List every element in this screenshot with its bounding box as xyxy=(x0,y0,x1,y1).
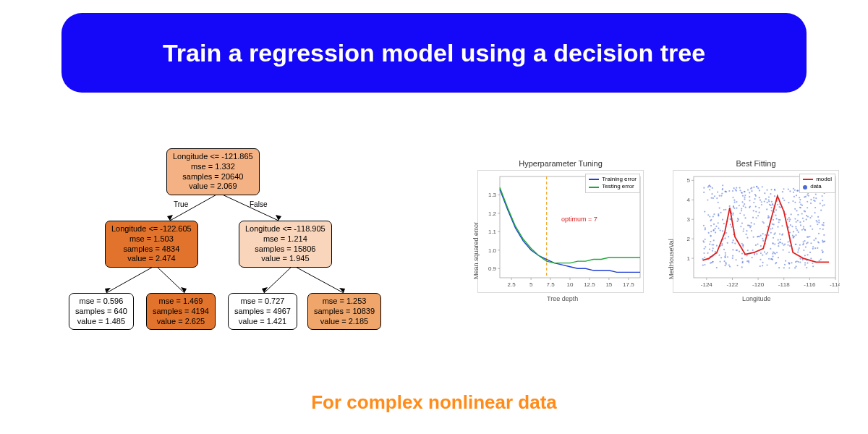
svg-text:-118: -118 xyxy=(778,281,791,288)
svg-point-366 xyxy=(716,197,718,199)
svg-point-256 xyxy=(729,218,731,220)
svg-point-89 xyxy=(741,222,743,224)
svg-point-239 xyxy=(812,265,814,267)
svg-point-501 xyxy=(768,216,770,218)
svg-point-531 xyxy=(713,229,715,231)
svg-point-298 xyxy=(757,215,759,216)
svg-point-244 xyxy=(733,187,735,189)
svg-point-600 xyxy=(776,218,778,219)
svg-point-538 xyxy=(801,205,803,206)
slide-subtitle: For complex nonlinear data xyxy=(0,391,868,414)
svg-point-460 xyxy=(707,214,709,216)
svg-point-543 xyxy=(724,237,726,239)
svg-point-131 xyxy=(778,257,779,258)
svg-point-257 xyxy=(778,239,779,241)
svg-point-169 xyxy=(777,226,778,228)
svg-point-379 xyxy=(778,267,780,268)
chart-xlabel: Tree depth xyxy=(547,295,578,302)
svg-point-183 xyxy=(776,252,778,253)
svg-point-397 xyxy=(807,262,808,263)
svg-point-418 xyxy=(802,218,804,219)
svg-point-331 xyxy=(788,267,790,268)
svg-point-540 xyxy=(764,192,765,194)
svg-point-263 xyxy=(702,265,704,266)
svg-point-281 xyxy=(817,247,818,249)
legend-item: Testing error xyxy=(589,183,637,190)
svg-point-163 xyxy=(804,240,805,242)
svg-point-479 xyxy=(731,226,733,228)
node-mse: mse = 1.469 xyxy=(153,297,209,307)
svg-point-521 xyxy=(718,202,719,203)
node-value: value = 1.945 xyxy=(245,254,326,264)
svg-point-155 xyxy=(749,200,750,201)
svg-point-564 xyxy=(783,249,784,250)
svg-point-559 xyxy=(818,219,820,221)
svg-point-73 xyxy=(784,264,786,265)
svg-point-541 xyxy=(790,224,791,226)
svg-point-232 xyxy=(732,197,733,198)
svg-point-82 xyxy=(783,188,784,190)
legend-item: model xyxy=(803,176,832,183)
svg-point-471 xyxy=(792,235,793,237)
svg-point-536 xyxy=(770,258,772,260)
svg-point-208 xyxy=(799,197,800,198)
svg-point-588 xyxy=(809,225,811,226)
svg-point-307 xyxy=(746,230,747,231)
svg-point-385 xyxy=(711,197,712,199)
svg-point-440 xyxy=(799,247,800,249)
svg-point-558 xyxy=(713,224,715,225)
svg-point-438 xyxy=(744,191,746,192)
svg-point-157 xyxy=(799,201,801,203)
svg-point-395 xyxy=(704,257,705,258)
svg-point-235 xyxy=(796,221,797,223)
svg-point-413 xyxy=(723,249,725,250)
svg-point-304 xyxy=(751,187,752,189)
svg-point-139 xyxy=(757,243,758,244)
svg-point-392 xyxy=(806,218,807,220)
svg-point-114 xyxy=(803,221,804,222)
svg-point-291 xyxy=(797,214,799,216)
svg-point-527 xyxy=(742,261,744,263)
svg-point-161 xyxy=(778,219,780,221)
svg-point-113 xyxy=(772,227,773,229)
chart-annotation: optimum = 7 xyxy=(561,216,597,223)
svg-point-523 xyxy=(720,257,722,258)
svg-point-104 xyxy=(754,224,755,225)
svg-point-343 xyxy=(721,192,723,194)
node-value: value = 2.185 xyxy=(314,317,375,327)
svg-point-368 xyxy=(720,195,722,197)
svg-line-4 xyxy=(106,265,156,293)
svg-point-265 xyxy=(807,201,808,203)
svg-text:12.5: 12.5 xyxy=(584,281,595,288)
svg-point-515 xyxy=(797,220,799,221)
legend-item: Training error xyxy=(589,176,637,183)
svg-point-356 xyxy=(712,216,714,217)
svg-point-211 xyxy=(803,243,804,244)
svg-point-324 xyxy=(762,240,764,242)
svg-point-442 xyxy=(822,205,823,206)
svg-point-468 xyxy=(804,264,806,265)
svg-point-296 xyxy=(725,255,726,256)
svg-point-509 xyxy=(777,204,778,205)
svg-point-252 xyxy=(803,228,804,229)
svg-point-514 xyxy=(732,242,733,243)
svg-point-380 xyxy=(779,233,780,234)
svg-point-141 xyxy=(752,250,754,251)
svg-point-160 xyxy=(795,234,796,236)
svg-point-403 xyxy=(767,202,768,203)
legend-label: data xyxy=(810,183,822,190)
svg-point-488 xyxy=(732,214,733,216)
svg-point-115 xyxy=(733,213,734,214)
svg-point-338 xyxy=(727,256,728,258)
svg-point-581 xyxy=(760,265,761,267)
svg-point-269 xyxy=(772,255,773,257)
svg-point-202 xyxy=(787,218,788,220)
svg-point-463 xyxy=(780,242,781,243)
svg-point-498 xyxy=(752,257,753,258)
svg-point-354 xyxy=(764,251,765,252)
svg-point-355 xyxy=(772,242,773,244)
chart-title: Best Fitting xyxy=(673,159,838,168)
svg-point-209 xyxy=(726,232,727,234)
svg-point-459 xyxy=(794,190,796,191)
svg-point-528 xyxy=(748,224,749,226)
